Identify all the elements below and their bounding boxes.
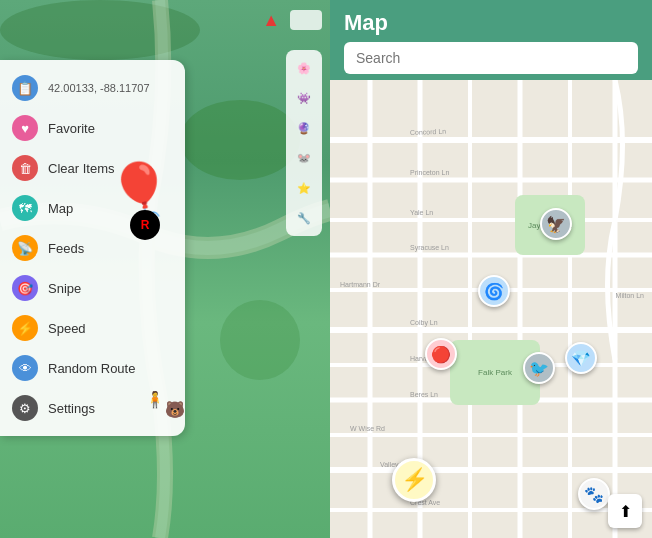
speed-label: Speed — [48, 321, 86, 336]
team-rocket-logo: R — [130, 210, 160, 240]
map-title: Map — [344, 10, 638, 36]
side-menu: 📋 42.00133, -88.11707 ♥ Favorite 🗑 Clear… — [0, 60, 185, 436]
menu-item-random-route[interactable]: 👁 Random Route — [0, 348, 185, 388]
favorite-label: Favorite — [48, 121, 95, 136]
quick-icon-bar: 🌸 👾 🔮 🐭 ⭐ 🔧 — [286, 50, 322, 236]
snipe-icon: 🎯 — [12, 275, 38, 301]
menu-item-snipe[interactable]: 🎯 Snipe — [0, 268, 185, 308]
street-map[interactable]: Jaycee Park Falk Park Concord Ln Princet… — [330, 80, 652, 538]
svg-text:Hartmann Dr: Hartmann Dr — [340, 281, 381, 288]
menu-item-coords[interactable]: 📋 42.00133, -88.11707 — [0, 68, 185, 108]
quick-icon-4[interactable]: 🐭 — [290, 144, 318, 172]
compass-icon: ▲ — [262, 10, 280, 31]
menu-item-feeds[interactable]: 📡 Feeds — [0, 228, 185, 268]
clear-icon: 🗑 — [12, 155, 38, 181]
map-sidebar: Map — [330, 0, 652, 538]
feeds-label: Feeds — [48, 241, 84, 256]
character-2: 🐻 — [165, 400, 185, 419]
svg-text:W Wise Rd: W Wise Rd — [350, 425, 385, 432]
random-label: Random Route — [48, 361, 135, 376]
pokemon-marker-1[interactable]: 🦅 — [540, 208, 572, 240]
pokemon-marker-3[interactable]: 🔴 — [425, 338, 457, 370]
quick-icon-2[interactable]: 👾 — [290, 84, 318, 112]
quick-icon-5[interactable]: ⭐ — [290, 174, 318, 202]
quick-icon-3[interactable]: 🔮 — [290, 114, 318, 142]
svg-text:Colby Ln: Colby Ln — [410, 319, 438, 327]
svg-text:Syracuse Ln: Syracuse Ln — [410, 244, 449, 252]
settings-label: Settings — [48, 401, 95, 416]
speed-icon: ⚡ — [12, 315, 38, 341]
hot-air-balloon: 🎈 — [108, 160, 170, 218]
svg-text:Yale Ln: Yale Ln — [410, 209, 433, 216]
pokemon-marker-2[interactable]: 🌀 — [478, 275, 510, 307]
street-label-milton: Milton Ln — [616, 292, 644, 299]
game-map-panel: ▲ 📋 42.00133, -88.11707 ♥ Favorite 🗑 Cle… — [0, 0, 330, 538]
pokemon-marker-5[interactable]: 💎 — [565, 342, 597, 374]
quick-icon-6[interactable]: 🔧 — [290, 204, 318, 232]
coords-label: 42.00133, -88.11707 — [48, 82, 150, 94]
menu-item-favorite[interactable]: ♥ Favorite — [0, 108, 185, 148]
quick-icon-1[interactable]: 🌸 — [290, 54, 318, 82]
snipe-label: Snipe — [48, 281, 81, 296]
menu-item-speed[interactable]: ⚡ Speed — [0, 308, 185, 348]
pikachu-marker[interactable]: ⚡ — [392, 458, 436, 502]
pokemon-marker-4[interactable]: 🐦 — [523, 352, 555, 384]
character-1: 🧍 — [145, 390, 165, 409]
clear-label: Clear Items — [48, 161, 114, 176]
svg-text:Concord Ln: Concord Ln — [410, 128, 447, 136]
coords-icon: 📋 — [12, 75, 38, 101]
navigation-icon[interactable]: ⬆ — [608, 494, 642, 528]
hamburger-button[interactable] — [290, 10, 322, 30]
map-label: Map — [48, 201, 73, 216]
map-header: Map — [330, 0, 652, 80]
random-icon: 👁 — [12, 355, 38, 381]
search-input[interactable] — [344, 42, 638, 74]
pokemon-marker-bottom[interactable]: 🐾 — [578, 478, 610, 510]
favorite-icon: ♥ — [12, 115, 38, 141]
svg-text:Falk Park: Falk Park — [478, 368, 513, 377]
pikachu-emoji: ⚡ — [401, 467, 428, 493]
svg-text:Beres Ln: Beres Ln — [410, 391, 438, 398]
settings-icon: ⚙ — [12, 395, 38, 421]
nav-arrow: ⬆ — [619, 502, 632, 521]
map-svg: Jaycee Park Falk Park Concord Ln Princet… — [330, 80, 652, 538]
svg-text:Princeton Ln: Princeton Ln — [410, 169, 449, 176]
map-icon: 🗺 — [12, 195, 38, 221]
feeds-icon: 📡 — [12, 235, 38, 261]
